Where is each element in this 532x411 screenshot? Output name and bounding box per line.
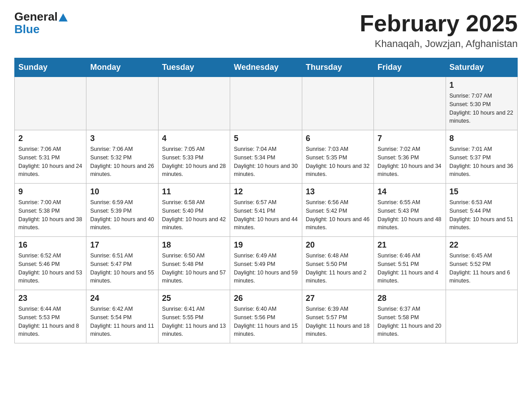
logo-general-text: General — [14, 11, 58, 22]
calendar-cell: 11Sunrise: 6:58 AMSunset: 5:40 PMDayligh… — [158, 184, 230, 237]
day-number: 25 — [162, 294, 226, 303]
day-number: 27 — [306, 294, 370, 303]
calendar-cell: 8Sunrise: 7:01 AMSunset: 5:37 PMDaylight… — [446, 130, 517, 184]
weekday-header-saturday: Saturday — [446, 58, 517, 77]
calendar-cell: 4Sunrise: 7:05 AMSunset: 5:33 PMDaylight… — [158, 130, 230, 184]
calendar-cell: 24Sunrise: 6:42 AMSunset: 5:54 PMDayligh… — [86, 290, 158, 343]
day-info: Sunrise: 6:53 AMSunset: 5:44 PMDaylight:… — [450, 198, 514, 232]
week-row-3: 9Sunrise: 7:00 AMSunset: 5:38 PMDaylight… — [15, 184, 518, 237]
calendar-cell: 20Sunrise: 6:48 AMSunset: 5:50 PMDayligh… — [302, 237, 373, 290]
calendar-cell: 9Sunrise: 7:00 AMSunset: 5:38 PMDaylight… — [15, 184, 86, 237]
day-info: Sunrise: 6:49 AMSunset: 5:49 PMDaylight:… — [234, 252, 298, 285]
day-number: 26 — [234, 294, 298, 303]
day-number: 18 — [162, 240, 226, 250]
calendar-cell — [374, 77, 446, 130]
calendar-cell: 26Sunrise: 6:40 AMSunset: 5:56 PMDayligh… — [230, 290, 302, 343]
calendar-cell: 17Sunrise: 6:51 AMSunset: 5:47 PMDayligh… — [86, 237, 158, 290]
day-number: 5 — [234, 134, 298, 143]
day-info: Sunrise: 6:58 AMSunset: 5:40 PMDaylight:… — [162, 198, 226, 232]
day-number: 22 — [450, 240, 514, 250]
weekday-header-sunday: Sunday — [15, 58, 86, 77]
calendar-cell: 10Sunrise: 6:59 AMSunset: 5:39 PMDayligh… — [86, 184, 158, 237]
weekday-header-monday: Monday — [86, 58, 158, 77]
day-number: 24 — [90, 294, 154, 303]
day-number: 4 — [162, 134, 226, 143]
weekday-header-wednesday: Wednesday — [230, 58, 302, 77]
calendar-cell: 15Sunrise: 6:53 AMSunset: 5:44 PMDayligh… — [446, 184, 517, 237]
calendar-cell: 18Sunrise: 6:50 AMSunset: 5:48 PMDayligh… — [158, 237, 230, 290]
day-info: Sunrise: 7:04 AMSunset: 5:34 PMDaylight:… — [234, 145, 298, 179]
calendar-cell: 12Sunrise: 6:57 AMSunset: 5:41 PMDayligh… — [230, 184, 302, 237]
logo: General Blue — [14, 11, 69, 36]
calendar-cell: 16Sunrise: 6:52 AMSunset: 5:46 PMDayligh… — [15, 237, 86, 290]
calendar-cell: 28Sunrise: 6:37 AMSunset: 5:58 PMDayligh… — [374, 290, 446, 343]
day-number: 2 — [18, 134, 82, 143]
day-number: 23 — [18, 294, 82, 303]
day-info: Sunrise: 6:40 AMSunset: 5:56 PMDaylight:… — [234, 305, 298, 338]
logo-triangle-icon — [59, 13, 68, 21]
week-row-4: 16Sunrise: 6:52 AMSunset: 5:46 PMDayligh… — [15, 237, 518, 290]
day-number: 10 — [90, 187, 154, 197]
day-number: 28 — [378, 294, 442, 303]
day-info: Sunrise: 6:46 AMSunset: 5:51 PMDaylight:… — [378, 252, 442, 285]
day-info: Sunrise: 6:45 AMSunset: 5:52 PMDaylight:… — [450, 252, 514, 285]
day-info: Sunrise: 7:01 AMSunset: 5:37 PMDaylight:… — [450, 145, 514, 179]
calendar-cell: 14Sunrise: 6:55 AMSunset: 5:43 PMDayligh… — [374, 184, 446, 237]
page-header: General Blue February 2025 Khanaqah, Jow… — [14, 11, 518, 50]
title-block: February 2025 Khanaqah, Jowzjan, Afghani… — [360, 11, 518, 50]
day-number: 1 — [450, 81, 514, 90]
day-number: 20 — [306, 240, 370, 250]
day-number: 16 — [18, 240, 82, 250]
day-info: Sunrise: 7:00 AMSunset: 5:38 PMDaylight:… — [18, 198, 82, 232]
calendar-cell: 19Sunrise: 6:49 AMSunset: 5:49 PMDayligh… — [230, 237, 302, 290]
calendar-cell — [230, 77, 302, 130]
day-info: Sunrise: 7:06 AMSunset: 5:32 PMDaylight:… — [90, 145, 154, 179]
calendar-cell: 5Sunrise: 7:04 AMSunset: 5:34 PMDaylight… — [230, 130, 302, 184]
calendar-cell: 2Sunrise: 7:06 AMSunset: 5:31 PMDaylight… — [15, 130, 86, 184]
day-info: Sunrise: 6:59 AMSunset: 5:39 PMDaylight:… — [90, 198, 154, 232]
calendar-cell: 7Sunrise: 7:02 AMSunset: 5:36 PMDaylight… — [374, 130, 446, 184]
calendar-cell: 23Sunrise: 6:44 AMSunset: 5:53 PMDayligh… — [15, 290, 86, 343]
day-info: Sunrise: 6:48 AMSunset: 5:50 PMDaylight:… — [306, 252, 370, 285]
day-number: 8 — [450, 134, 514, 143]
day-info: Sunrise: 6:50 AMSunset: 5:48 PMDaylight:… — [162, 252, 226, 285]
day-info: Sunrise: 6:44 AMSunset: 5:53 PMDaylight:… — [18, 305, 82, 338]
day-info: Sunrise: 6:41 AMSunset: 5:55 PMDaylight:… — [162, 305, 226, 338]
calendar-cell: 22Sunrise: 6:45 AMSunset: 5:52 PMDayligh… — [446, 237, 517, 290]
day-info: Sunrise: 7:03 AMSunset: 5:35 PMDaylight:… — [306, 145, 370, 179]
day-info: Sunrise: 6:52 AMSunset: 5:46 PMDaylight:… — [18, 252, 82, 285]
calendar-cell — [158, 77, 230, 130]
day-number: 19 — [234, 240, 298, 250]
day-info: Sunrise: 7:06 AMSunset: 5:31 PMDaylight:… — [18, 145, 82, 179]
month-title: February 2025 — [360, 11, 518, 36]
day-info: Sunrise: 6:37 AMSunset: 5:58 PMDaylight:… — [378, 305, 442, 338]
day-info: Sunrise: 7:07 AMSunset: 5:30 PMDaylight:… — [450, 92, 514, 125]
day-number: 9 — [18, 187, 82, 197]
weekday-header-tuesday: Tuesday — [158, 58, 230, 77]
calendar-cell: 13Sunrise: 6:56 AMSunset: 5:42 PMDayligh… — [302, 184, 373, 237]
day-number: 12 — [234, 187, 298, 197]
weekday-header-friday: Friday — [374, 58, 446, 77]
logo-blue-text: Blue — [14, 22, 39, 36]
calendar-cell — [15, 77, 86, 130]
day-number: 14 — [378, 187, 442, 197]
day-number: 6 — [306, 134, 370, 143]
day-number: 11 — [162, 187, 226, 197]
calendar-table: SundayMondayTuesdayWednesdayThursdayFrid… — [14, 58, 518, 343]
day-number: 3 — [90, 134, 154, 143]
calendar-cell — [86, 77, 158, 130]
day-number: 21 — [378, 240, 442, 250]
day-info: Sunrise: 6:56 AMSunset: 5:42 PMDaylight:… — [306, 198, 370, 232]
calendar-cell: 21Sunrise: 6:46 AMSunset: 5:51 PMDayligh… — [374, 237, 446, 290]
week-row-1: 1Sunrise: 7:07 AMSunset: 5:30 PMDaylight… — [15, 77, 518, 130]
calendar-cell: 27Sunrise: 6:39 AMSunset: 5:57 PMDayligh… — [302, 290, 373, 343]
day-info: Sunrise: 6:55 AMSunset: 5:43 PMDaylight:… — [378, 198, 442, 232]
calendar-cell — [302, 77, 373, 130]
calendar-cell — [446, 290, 517, 343]
day-info: Sunrise: 7:02 AMSunset: 5:36 PMDaylight:… — [378, 145, 442, 179]
day-info: Sunrise: 6:51 AMSunset: 5:47 PMDaylight:… — [90, 252, 154, 285]
day-number: 17 — [90, 240, 154, 250]
week-row-2: 2Sunrise: 7:06 AMSunset: 5:31 PMDaylight… — [15, 130, 518, 184]
day-info: Sunrise: 6:39 AMSunset: 5:57 PMDaylight:… — [306, 305, 370, 338]
day-info: Sunrise: 7:05 AMSunset: 5:33 PMDaylight:… — [162, 145, 226, 179]
